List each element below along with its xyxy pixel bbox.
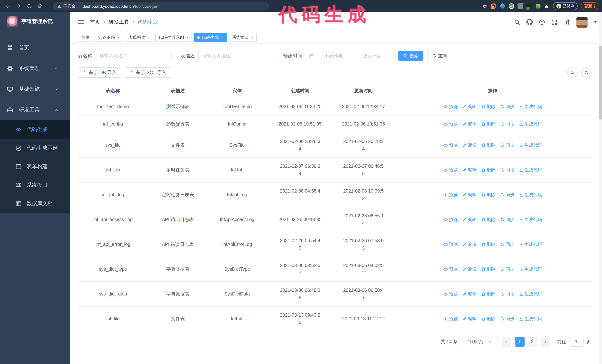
delete-link[interactable]: 删除: [481, 266, 495, 273]
page-size-select[interactable]: 10条/页: [462, 337, 498, 347]
hamburger-icon[interactable]: [78, 19, 84, 25]
preview-link[interactable]: 预览: [443, 141, 458, 149]
sync-link[interactable]: 同步: [500, 290, 514, 298]
prev-page-button[interactable]: [501, 337, 511, 347]
reset-button[interactable]: 重置: [427, 51, 452, 61]
preview-link[interactable]: 预览: [443, 241, 458, 248]
tab-close-icon[interactable]: ×: [118, 35, 120, 40]
table-desc-input[interactable]: [198, 51, 274, 61]
sync-link[interactable]: 同步: [500, 141, 514, 149]
sidebar-subitem-tablecols[interactable]: 数据库文档: [0, 194, 70, 213]
preview-link[interactable]: 预览: [443, 290, 458, 298]
import-sql-button[interactable]: 基于 SQL 导入: [125, 67, 171, 78]
sync-link[interactable]: 同步: [500, 216, 514, 223]
edit-link[interactable]: 编辑: [462, 216, 477, 223]
sync-link[interactable]: 同步: [500, 315, 514, 322]
breadcrumb-item[interactable]: 研发工具: [108, 19, 129, 25]
edit-link[interactable]: 编辑: [462, 191, 477, 198]
preview-link[interactable]: 预览: [443, 103, 458, 110]
page-scrollbar[interactable]: [599, 12, 602, 364]
sidebar-subitem-check-circle[interactable]: 代码生成示例: [0, 139, 70, 157]
ext-orange-icon[interactable]: [491, 3, 496, 9]
user-avatar[interactable]: [576, 16, 588, 28]
tab-close-icon[interactable]: ×: [251, 35, 254, 40]
date-range-picker[interactable]: 开始日期 - 结束日期: [306, 51, 392, 61]
font-size-icon[interactable]: [563, 19, 570, 25]
forward-icon[interactable]: [16, 3, 22, 9]
edit-link[interactable]: 编辑: [462, 120, 477, 128]
sidebar-subitem-code[interactable]: 代码生成: [0, 120, 70, 139]
edit-link[interactable]: 编辑: [462, 315, 477, 322]
delete-link[interactable]: 删除: [481, 315, 495, 322]
ext-check-icon[interactable]: [508, 3, 514, 9]
preview-link[interactable]: 预览: [443, 191, 458, 198]
kebab-menu-icon[interactable]: [594, 6, 595, 7]
sync-link[interactable]: 同步: [500, 166, 514, 174]
delete-link[interactable]: 删除: [481, 166, 495, 174]
edit-link[interactable]: 编辑: [462, 266, 477, 273]
url-bar[interactable]: 不安全 dashboard.yudao.iocoder.cn/tool/code…: [53, 2, 269, 10]
tab-close-icon[interactable]: ×: [148, 35, 150, 40]
sidebar-item-monitor[interactable]: 基础设施: [0, 79, 70, 100]
sidebar-item-toolbox[interactable]: 研发工具: [0, 100, 70, 120]
generate-link[interactable]: 生成代码: [519, 120, 542, 128]
tab-item[interactable]: 首页: [78, 33, 93, 42]
tab-item[interactable]: 代码生成×: [194, 33, 227, 42]
sync-link[interactable]: 同步: [500, 266, 514, 273]
bookmark-star-icon[interactable]: [482, 3, 487, 9]
table-name-input[interactable]: [96, 51, 172, 61]
edit-link[interactable]: 编辑: [462, 166, 477, 174]
sidebar-subitem-sliders[interactable]: 系统接口: [0, 176, 70, 194]
ext-gem-icon[interactable]: [499, 3, 505, 9]
delete-link[interactable]: 删除: [481, 241, 495, 248]
back-icon[interactable]: [5, 3, 11, 9]
sync-link[interactable]: 同步: [500, 241, 514, 248]
sidebar-item-dashboard[interactable]: 首页: [0, 37, 70, 58]
import-db-button[interactable]: 基于 DB 导入: [78, 67, 121, 78]
ext-grid-icon[interactable]: [517, 3, 523, 9]
page-number-button[interactable]: 1: [515, 337, 524, 347]
delete-link[interactable]: 删除: [481, 290, 495, 298]
tab-close-icon[interactable]: ×: [186, 35, 189, 40]
ext-green-icon[interactable]: [536, 4, 540, 9]
preview-link[interactable]: 预览: [443, 120, 458, 128]
delete-link[interactable]: 删除: [481, 191, 495, 198]
preview-link[interactable]: 预览: [443, 315, 458, 322]
sync-link[interactable]: 同步: [500, 120, 514, 128]
generate-link[interactable]: 生成代码: [519, 166, 542, 174]
home-icon[interactable]: [37, 3, 43, 9]
generate-link[interactable]: 生成代码: [519, 290, 542, 298]
user-menu-caret-icon[interactable]: [594, 21, 597, 23]
refresh-table-icon[interactable]: [581, 67, 592, 78]
tab-item[interactable]: 代码生成示例×: [155, 33, 192, 42]
page-number-button[interactable]: 2: [527, 337, 537, 347]
goto-page-input[interactable]: [569, 337, 584, 347]
preview-link[interactable]: 预览: [443, 166, 458, 174]
sidebar-subitem-form[interactable]: 表单构建: [0, 157, 70, 176]
next-page-button[interactable]: [541, 337, 550, 347]
scrollbar-thumb[interactable]: [599, 46, 602, 120]
extensions-puzzle-icon[interactable]: [544, 3, 549, 9]
delete-link[interactable]: 删除: [481, 141, 495, 149]
browser-update-button[interactable]: 更新: [581, 2, 598, 10]
edit-link[interactable]: 编辑: [462, 290, 477, 298]
edit-link[interactable]: 编辑: [462, 141, 477, 149]
preview-link[interactable]: 预览: [443, 266, 458, 273]
sync-link[interactable]: 同步: [500, 191, 514, 198]
tab-item[interactable]: 表单构建×: [125, 33, 153, 42]
tab-item[interactable]: 链路追踪×: [95, 33, 123, 42]
ext-on-icon[interactable]: on: [526, 3, 532, 9]
generate-link[interactable]: 生成代码: [519, 141, 542, 149]
generate-link[interactable]: 生成代码: [519, 241, 542, 248]
preview-link[interactable]: 预览: [443, 216, 458, 223]
delete-link[interactable]: 删除: [481, 103, 495, 110]
generate-link[interactable]: 生成代码: [519, 216, 542, 223]
tab-close-icon[interactable]: ×: [221, 35, 223, 40]
breadcrumb-item[interactable]: 首页: [90, 19, 100, 25]
reload-icon[interactable]: [27, 3, 32, 9]
edit-link[interactable]: 编辑: [462, 241, 477, 248]
profile-paused-badge[interactable]: 已暂停: [553, 2, 578, 10]
app-logo[interactable]: 芋道管理系统: [0, 12, 70, 31]
sidebar-item-gear[interactable]: 系统管理: [0, 58, 70, 79]
search-button[interactable]: 搜索: [398, 51, 423, 61]
